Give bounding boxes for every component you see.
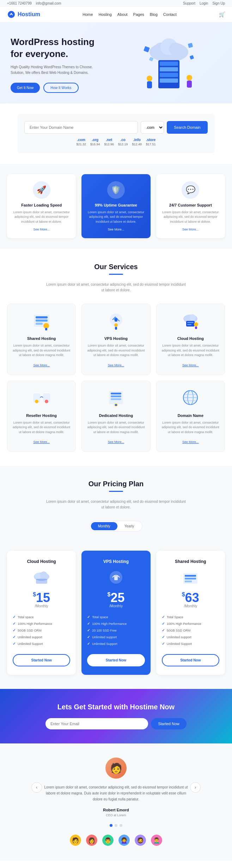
feature-item: Unlimited Support <box>87 640 145 647</box>
svg-rect-26 <box>115 318 117 322</box>
testimonial-content: ‹ 🧑 Lorem ipsum dolor sit amet, consecte… <box>31 758 201 847</box>
feature-speed-desc: Lorem ipsum dolor sit amet, consectetur … <box>12 210 71 224</box>
toggle-monthly[interactable]: Monthly <box>91 522 117 530</box>
cloud-link[interactable]: See More... <box>182 363 199 367</box>
vps-link[interactable]: See More... <box>108 363 124 367</box>
pricing-vps-start-button[interactable]: Started Now <box>87 654 145 666</box>
search-domain-button[interactable]: Search Domain <box>167 121 208 134</box>
nav-home[interactable]: Home <box>83 12 93 17</box>
nav-blog[interactable]: Blog <box>150 12 158 17</box>
domain-name-title: Domain Name <box>161 413 220 418</box>
pricing-shared-name: Shared Hosting <box>162 559 219 564</box>
pricing-cloud: Cloud Hosting $15 /Monthly Total space 1… <box>7 551 76 675</box>
testimonial-prev-button[interactable]: ‹ <box>31 782 42 793</box>
svg-point-27 <box>114 323 118 327</box>
support-link[interactable]: Support <box>183 1 195 5</box>
services-title: Our Services <box>7 263 225 271</box>
avatar-4[interactable]: 👩‍🦱 <box>118 834 130 847</box>
avatar-5[interactable]: 🧔 <box>134 834 147 847</box>
dot-1[interactable] <box>110 824 112 827</box>
topbar-right[interactable]: Support Login Sign Up <box>183 1 225 5</box>
svg-rect-44 <box>111 398 121 400</box>
feature-support-link[interactable]: See More... <box>161 228 220 231</box>
reseller-title: Reseller Hosting <box>12 413 71 418</box>
phone-text: +1661 7240799 <box>7 1 32 5</box>
feature-speed-link[interactable]: See More... <box>12 228 71 231</box>
domain-input[interactable] <box>24 121 138 134</box>
pricing-shared-start-button[interactable]: Started Now <box>162 654 219 666</box>
domain-tlds: .com $21.32 .org $16.94 .net $12.96 .co … <box>24 138 208 146</box>
features-section: 🚀 Faster Loading Speed Lorem ipsum dolor… <box>0 164 232 249</box>
logo-text: Hostium <box>18 11 40 18</box>
cta-start-button[interactable]: Started Now <box>151 718 187 729</box>
nav-about[interactable]: About <box>117 12 128 17</box>
tld-com: .com $21.32 <box>76 138 86 146</box>
nav-logo[interactable]: Hostium <box>7 10 40 19</box>
svg-rect-24 <box>45 328 47 330</box>
pricing-cloud-name: Cloud Hosting <box>13 559 70 564</box>
svg-rect-9 <box>160 73 178 77</box>
how-it-works-button[interactable]: How It Works <box>43 83 78 93</box>
svg-point-31 <box>189 314 196 321</box>
avatar-2[interactable]: 👩 <box>85 834 98 847</box>
avatar-3[interactable]: 👨 <box>102 834 114 847</box>
pricing-toggle[interactable]: Monthly Yearly <box>90 521 142 532</box>
domain-extension-select[interactable]: .com.org.net <box>141 121 164 134</box>
avatar-6[interactable]: 👨‍🦱 <box>150 834 163 847</box>
dot-3[interactable] <box>120 824 122 827</box>
uptime-icon: 🛡️ <box>107 181 125 199</box>
reseller-link[interactable]: See More... <box>33 440 50 444</box>
cta-title: Lets Get Started with Hostime Now <box>7 703 225 711</box>
nav-hosting[interactable]: Hosting <box>99 12 112 17</box>
nav-links[interactable]: Home Hosting About Pages Blog Contact <box>83 12 177 17</box>
nav-contact[interactable]: Contact <box>163 12 177 17</box>
pricing-cloud-price: $15 /Monthly <box>13 591 70 608</box>
svg-rect-21 <box>36 319 48 322</box>
feature-item: Unlimited support <box>13 634 70 640</box>
dedicated-link[interactable]: See More... <box>108 440 124 444</box>
feature-uptime-link[interactable]: See More... <box>86 228 145 231</box>
dot-2[interactable] <box>115 824 117 827</box>
service-shared: Shared Hosting Lorem ipsum dolor sit ame… <box>7 304 76 375</box>
feature-item: 100% High Performance <box>162 620 219 627</box>
service-vps: VPS Hosting Lorem ipsum dolor sit amet, … <box>81 304 150 375</box>
get-it-now-button[interactable]: Get It Now <box>11 83 40 93</box>
domain-name-link[interactable]: See More... <box>182 440 199 444</box>
toggle-yearly[interactable]: Yearly <box>117 522 141 530</box>
pricing-cloud-start-button[interactable]: Started Now <box>13 654 70 666</box>
testimonial-role: CEO at Lorem <box>42 813 190 817</box>
services-divider <box>109 274 123 275</box>
svg-rect-33 <box>187 322 194 323</box>
feature-support-title: 24/7 Customer Support <box>161 203 220 207</box>
vps-title: VPS Hosting <box>87 336 145 341</box>
vps-desc: Lorem ipsum dolor sit amet, consectetur … <box>87 343 145 358</box>
shared-link[interactable]: See More... <box>33 363 50 367</box>
service-cloud: Cloud Hosting Lorem ipsum dolor sit amet… <box>156 304 225 375</box>
pricing-vps-icon <box>105 570 127 587</box>
svg-rect-43 <box>111 395 121 397</box>
pricing-grid: Cloud Hosting $15 /Monthly Total space 1… <box>7 551 225 675</box>
avatar-1[interactable]: 🧑 <box>69 834 82 847</box>
dedicated-title: Dedicated Hosting <box>87 413 145 418</box>
shared-title: Shared Hosting <box>12 336 71 341</box>
testimonial-name: Robert Emord <box>42 808 190 812</box>
testimonial-next-button[interactable]: › <box>190 782 201 793</box>
svg-rect-11 <box>144 46 150 52</box>
nav-cart[interactable]: 🛒 <box>219 12 225 17</box>
svg-rect-34 <box>187 324 191 325</box>
cloud-icon <box>178 311 203 332</box>
feature-card-speed: 🚀 Faster Loading Speed Lorem ipsum dolor… <box>7 174 76 239</box>
hero-text: WordPress hostingfor everyone. High Qual… <box>11 36 116 93</box>
vps-icon <box>104 311 128 332</box>
signup-link[interactable]: Sign Up <box>212 1 225 5</box>
nav-pages[interactable]: Pages <box>133 12 144 17</box>
hero-buttons: Get It Now How It Works <box>11 83 116 93</box>
testimonial-text: Lorem ipsum dolor sit amet, consectetur … <box>42 784 190 802</box>
logo-icon <box>7 10 16 19</box>
cta-email-input[interactable] <box>45 718 148 729</box>
domain-input-row: .com.org.net Search Domain <box>24 121 208 134</box>
svg-rect-8 <box>160 67 178 71</box>
svg-rect-61 <box>185 581 192 582</box>
login-link[interactable]: Login <box>200 1 208 5</box>
hero-description: High Quality Hosting WordPress Themes to… <box>11 64 102 76</box>
